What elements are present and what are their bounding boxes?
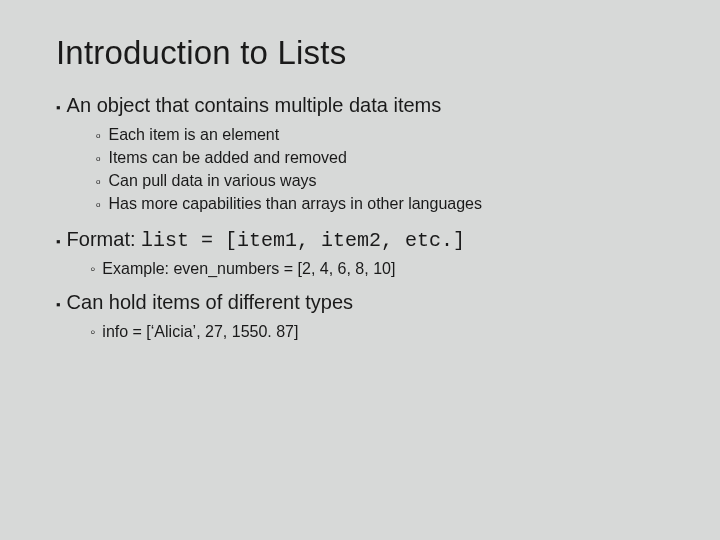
bullet-text: Example: even_numbers = [2, 4, 6, 8, 10] — [102, 260, 395, 278]
square-bullet-icon: ▪ — [56, 295, 61, 315]
ring-bullet-icon: ◦ — [90, 323, 95, 340]
bullet-text: Has more capabilities than arrays in oth… — [108, 195, 482, 213]
circle-bullet-icon: o — [96, 128, 100, 144]
circle-bullet-icon: o — [96, 151, 100, 167]
bullet-level-2: ◦ info = [‘Alicia’, 27, 1550. 87] — [90, 323, 664, 341]
bullet-level-1: ▪ Format: list = [item1, item2, etc.] — [56, 228, 664, 252]
slide: Introduction to Lists ▪ An object that c… — [0, 0, 720, 540]
bullet-level-2: ◦ Example: even_numbers = [2, 4, 6, 8, 1… — [90, 260, 664, 278]
bullet-text: An object that contains multiple data it… — [67, 94, 442, 117]
format-label: Format: — [67, 228, 141, 250]
bullet-text: Each item is an element — [108, 126, 279, 144]
bullet-text: Can pull data in various ways — [108, 172, 316, 190]
bullet-level-1: ▪ An object that contains multiple data … — [56, 94, 664, 118]
square-bullet-icon: ▪ — [56, 232, 61, 252]
bullet-level-2: o Items can be added and removed — [96, 149, 664, 169]
circle-bullet-icon: o — [96, 197, 100, 213]
circle-bullet-icon: o — [96, 174, 100, 190]
code-snippet: list = [item1, item2, etc.] — [141, 229, 465, 252]
ring-bullet-icon: ◦ — [90, 260, 95, 277]
bullet-level-1: ▪ Can hold items of different types — [56, 291, 664, 315]
bullet-level-2: o Each item is an element — [96, 126, 664, 146]
bullet-text: info = [‘Alicia’, 27, 1550. 87] — [102, 323, 298, 341]
slide-title: Introduction to Lists — [56, 34, 664, 72]
square-bullet-icon: ▪ — [56, 98, 61, 118]
bullet-level-2: o Has more capabilities than arrays in o… — [96, 195, 664, 215]
bullet-level-2: o Can pull data in various ways — [96, 172, 664, 192]
bullet-text: Can hold items of different types — [67, 291, 353, 314]
bullet-text: Items can be added and removed — [108, 149, 346, 167]
bullet-text: Format: list = [item1, item2, etc.] — [67, 228, 466, 252]
